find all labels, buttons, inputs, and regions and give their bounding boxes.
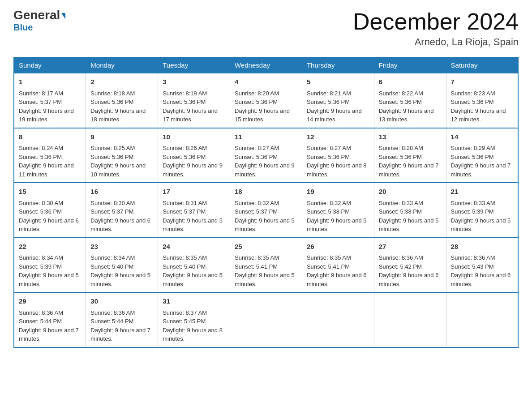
sunrise-text: Sunrise: 8:26 AM	[163, 145, 207, 151]
daylight-text: Daylight: 9 hours and 6 minutes.	[307, 272, 367, 287]
day-number: 21	[451, 187, 513, 197]
sunrise-text: Sunrise: 8:34 AM	[19, 254, 63, 261]
sunrise-text: Sunrise: 8:32 AM	[307, 200, 351, 206]
sunset-text: Sunset: 5:38 PM	[307, 208, 350, 215]
sunset-text: Sunset: 5:40 PM	[163, 263, 206, 270]
daylight-text: Daylight: 9 hours and 5 minutes.	[163, 217, 223, 233]
sunrise-text: Sunrise: 8:33 AM	[451, 200, 495, 206]
daylight-text: Daylight: 9 hours and 7 minutes.	[451, 162, 511, 178]
sunrise-text: Sunrise: 8:36 AM	[379, 254, 423, 261]
day-number: 4	[235, 77, 297, 87]
day-number: 28	[451, 242, 513, 252]
day-number: 11	[235, 132, 297, 142]
day-cell-31: 31Sunrise: 8:37 AMSunset: 5:45 PMDayligh…	[158, 292, 230, 347]
sunset-text: Sunset: 5:36 PM	[307, 98, 350, 105]
day-cell-26: 26Sunrise: 8:35 AMSunset: 5:41 PMDayligh…	[302, 238, 374, 293]
sunrise-text: Sunrise: 8:18 AM	[90, 90, 135, 97]
empty-cell	[230, 292, 302, 347]
day-number: 8	[19, 132, 81, 142]
day-number: 19	[307, 187, 369, 197]
day-number: 10	[163, 132, 225, 142]
sunrise-text: Sunrise: 8:25 AM	[90, 145, 135, 151]
day-cell-5: 5Sunrise: 8:21 AMSunset: 5:36 PMDaylight…	[302, 73, 374, 128]
daylight-text: Daylight: 9 hours and 5 minutes.	[235, 272, 295, 287]
day-cell-25: 25Sunrise: 8:35 AMSunset: 5:41 PMDayligh…	[230, 238, 302, 293]
week-row-2: 8Sunrise: 8:24 AMSunset: 5:36 PMDaylight…	[14, 128, 518, 183]
day-number: 12	[307, 132, 369, 142]
sunset-text: Sunset: 5:36 PM	[307, 154, 350, 160]
day-number: 18	[235, 187, 297, 197]
sunset-text: Sunset: 5:44 PM	[19, 318, 62, 325]
day-number: 26	[307, 242, 369, 252]
daylight-text: Daylight: 9 hours and 15 minutes.	[235, 107, 290, 123]
page-header: General Blue December 2024 Arnedo, La Ri…	[13, 9, 519, 48]
daylight-text: Daylight: 9 hours and 6 minutes.	[451, 272, 511, 287]
col-header-friday: Friday	[374, 57, 446, 73]
day-cell-21: 21Sunrise: 8:33 AMSunset: 5:39 PMDayligh…	[446, 183, 518, 238]
sunrise-text: Sunrise: 8:32 AM	[235, 200, 279, 206]
sunrise-text: Sunrise: 8:19 AM	[163, 90, 207, 97]
daylight-text: Daylight: 9 hours and 6 minutes.	[90, 217, 150, 233]
calendar-table: SundayMondayTuesdayWednesdayThursdayFrid…	[13, 57, 519, 348]
daylight-text: Daylight: 9 hours and 19 minutes.	[19, 107, 74, 123]
day-number: 30	[90, 296, 153, 307]
daylight-text: Daylight: 9 hours and 9 minutes.	[163, 162, 223, 178]
day-number: 6	[379, 77, 442, 87]
day-cell-17: 17Sunrise: 8:31 AMSunset: 5:37 PMDayligh…	[158, 183, 230, 238]
sunset-text: Sunset: 5:41 PM	[307, 263, 350, 270]
day-cell-19: 19Sunrise: 8:32 AMSunset: 5:38 PMDayligh…	[302, 183, 374, 238]
day-cell-16: 16Sunrise: 8:30 AMSunset: 5:37 PMDayligh…	[86, 183, 158, 238]
day-cell-6: 6Sunrise: 8:22 AMSunset: 5:36 PMDaylight…	[374, 73, 446, 128]
sunrise-text: Sunrise: 8:33 AM	[379, 200, 423, 206]
sunset-text: Sunset: 5:40 PM	[90, 263, 133, 270]
col-header-monday: Monday	[86, 57, 158, 73]
day-cell-8: 8Sunrise: 8:24 AMSunset: 5:36 PMDaylight…	[14, 128, 86, 183]
day-cell-3: 3Sunrise: 8:19 AMSunset: 5:36 PMDaylight…	[158, 73, 230, 128]
col-header-thursday: Thursday	[302, 57, 374, 73]
day-cell-10: 10Sunrise: 8:26 AMSunset: 5:36 PMDayligh…	[158, 128, 230, 183]
sunset-text: Sunset: 5:37 PM	[19, 98, 62, 105]
day-number: 9	[90, 132, 153, 142]
daylight-text: Daylight: 9 hours and 7 minutes.	[90, 327, 150, 342]
sunrise-text: Sunrise: 8:29 AM	[451, 145, 495, 151]
sunset-text: Sunset: 5:39 PM	[451, 208, 494, 215]
week-row-4: 22Sunrise: 8:34 AMSunset: 5:39 PMDayligh…	[14, 238, 518, 293]
day-cell-18: 18Sunrise: 8:32 AMSunset: 5:37 PMDayligh…	[230, 183, 302, 238]
day-cell-11: 11Sunrise: 8:27 AMSunset: 5:36 PMDayligh…	[230, 128, 302, 183]
title-block: December 2024 Arnedo, La Rioja, Spain	[353, 9, 519, 48]
daylight-text: Daylight: 9 hours and 12 minutes.	[451, 107, 506, 123]
day-number: 16	[90, 187, 153, 197]
day-number: 7	[451, 77, 513, 87]
day-cell-9: 9Sunrise: 8:25 AMSunset: 5:36 PMDaylight…	[86, 128, 158, 183]
daylight-text: Daylight: 9 hours and 5 minutes.	[451, 217, 511, 233]
daylight-text: Daylight: 9 hours and 5 minutes.	[90, 272, 150, 287]
col-header-wednesday: Wednesday	[230, 57, 302, 73]
daylight-text: Daylight: 9 hours and 8 minutes.	[163, 327, 223, 342]
daylight-text: Daylight: 9 hours and 5 minutes.	[307, 217, 367, 233]
day-number: 25	[235, 242, 297, 252]
sunset-text: Sunset: 5:43 PM	[451, 263, 494, 270]
logo: General Blue	[13, 9, 65, 33]
daylight-text: Daylight: 9 hours and 5 minutes.	[163, 272, 223, 287]
sunset-text: Sunset: 5:37 PM	[90, 208, 133, 215]
day-cell-29: 29Sunrise: 8:36 AMSunset: 5:44 PMDayligh…	[14, 292, 86, 347]
calendar-subtitle: Arnedo, La Rioja, Spain	[353, 36, 519, 48]
day-number: 29	[19, 296, 81, 307]
sunset-text: Sunset: 5:45 PM	[163, 318, 206, 325]
daylight-text: Daylight: 9 hours and 18 minutes.	[90, 107, 146, 123]
sunrise-text: Sunrise: 8:31 AM	[163, 200, 207, 206]
col-header-saturday: Saturday	[446, 57, 518, 73]
day-cell-24: 24Sunrise: 8:35 AMSunset: 5:40 PMDayligh…	[158, 238, 230, 293]
sunrise-text: Sunrise: 8:37 AM	[163, 309, 207, 316]
sunrise-text: Sunrise: 8:36 AM	[451, 254, 495, 261]
sunset-text: Sunset: 5:39 PM	[19, 263, 62, 270]
day-cell-30: 30Sunrise: 8:36 AMSunset: 5:44 PMDayligh…	[86, 292, 158, 347]
daylight-text: Daylight: 9 hours and 6 minutes.	[19, 217, 79, 233]
sunset-text: Sunset: 5:42 PM	[379, 263, 422, 270]
sunset-text: Sunset: 5:36 PM	[451, 98, 494, 105]
daylight-text: Daylight: 9 hours and 8 minutes.	[307, 162, 367, 178]
sunset-text: Sunset: 5:36 PM	[163, 98, 206, 105]
day-number: 24	[163, 242, 225, 252]
logo-text: General	[13, 9, 65, 21]
daylight-text: Daylight: 9 hours and 14 minutes.	[307, 107, 362, 123]
